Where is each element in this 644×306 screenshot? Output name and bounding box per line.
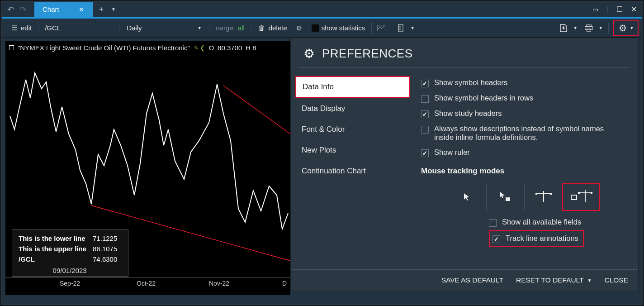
opt-always-desc[interactable]: Always show descriptions instead of symb…: [421, 121, 627, 145]
svg-rect-19: [578, 192, 580, 194]
prefs-tab-data-display[interactable]: Data Display: [295, 99, 410, 119]
info-lower-value: 71.1225: [92, 234, 122, 243]
back-icon[interactable]: ↶: [5, 5, 16, 14]
svg-rect-10: [506, 197, 510, 201]
range-control[interactable]: range: all: [211, 19, 249, 37]
prefs-tab-new-plots[interactable]: New Plots: [295, 140, 410, 160]
axis-tick: Oct-22: [137, 280, 156, 287]
checkbox-icon[interactable]: [421, 80, 429, 87]
maximize-icon[interactable]: ☐: [616, 5, 623, 14]
mode-crosshair[interactable]: [524, 183, 562, 211]
opt-label: Show study headers: [434, 109, 502, 118]
mouse-modes-title: Mouse tracking modes: [421, 160, 627, 180]
edit-button[interactable]: ☰ edit: [5, 19, 36, 37]
opt-label: Always show descriptions instead of symb…: [434, 124, 606, 142]
opt-track-line-annotations[interactable]: Track line annotations: [492, 232, 579, 245]
print-button[interactable]: ▼: [581, 19, 606, 37]
svg-rect-13: [535, 193, 537, 195]
prefs-tab-data-info[interactable]: Data Info: [295, 76, 410, 98]
chart-icon: [377, 24, 385, 32]
chart-area[interactable]: "NYMEX Light Sweet Crude Oil (WTI) Futur…: [5, 41, 290, 295]
stats-label: show statistics: [322, 24, 365, 32]
save-as-default-button[interactable]: SAVE AS DEFAULT: [441, 276, 503, 284]
data-info-tooltip: This is the lower line71.1225 This is th…: [12, 230, 128, 277]
checkbox-icon[interactable]: [421, 110, 429, 118]
chevron-down-icon: ▼: [598, 25, 603, 30]
svg-rect-14: [550, 193, 552, 195]
close-icon[interactable]: ✕: [79, 6, 84, 13]
trash-icon: 🗑: [258, 24, 266, 32]
info-symbol-label: /GCL: [19, 255, 35, 263]
window-close-icon[interactable]: ✕: [631, 5, 637, 14]
opt-show-symbol-headers[interactable]: Show symbol headers: [421, 75, 627, 91]
prefs-title: PREFERENCES: [322, 47, 413, 61]
file-save-icon: [559, 24, 568, 32]
info-upper-label: This is the upper line: [19, 245, 86, 253]
chevron-down-icon: ▼: [630, 25, 634, 30]
gear-icon: ⚙: [303, 46, 315, 61]
opt-label: Show all available fields: [502, 218, 581, 226]
chevron-down-icon: ▼: [410, 25, 415, 30]
delete-label: delete: [269, 24, 287, 32]
close-button[interactable]: CLOSE: [604, 276, 628, 284]
checkbox-icon[interactable]: [489, 219, 497, 227]
checkbox-icon[interactable]: [421, 95, 429, 103]
x-axis: Sep-22 Oct-22 Nov-22 D: [5, 277, 290, 295]
checkbox-icon[interactable]: [492, 235, 500, 243]
opt-show-ruler[interactable]: Show ruler: [421, 145, 627, 160]
export-button[interactable]: ▼: [556, 19, 581, 37]
opt-label: Show ruler: [434, 148, 470, 157]
info-upper-value: 86.1075: [92, 244, 122, 253]
prefs-tab-font-color[interactable]: Font & Color: [295, 120, 410, 139]
range-label: range:: [216, 24, 235, 32]
chevron-down-icon: ▼: [573, 25, 578, 30]
detach-icon: ⧉: [295, 24, 303, 32]
opt-label: Show symbol headers in rows: [434, 94, 533, 102]
info-date: 09/01/2023: [17, 265, 123, 274]
layout-icon[interactable]: ▭: [592, 6, 598, 13]
series-swatch-icon: [9, 45, 14, 50]
axis-tick: D: [282, 280, 287, 287]
svg-rect-16: [572, 196, 576, 199]
prefs-tab-continuation[interactable]: Continuation Chart: [295, 161, 410, 181]
ruler-menu-button[interactable]: ▼: [393, 19, 418, 37]
stats-button[interactable]: show statistics: [307, 19, 370, 37]
opt-label: Track line annotations: [506, 234, 578, 243]
opt-show-all-fields[interactable]: Show all available fields: [489, 215, 627, 230]
preferences-button[interactable]: ⚙ ▼: [613, 20, 639, 36]
ruler-icon: [397, 24, 405, 32]
tab-chart[interactable]: Chart ✕: [34, 2, 93, 17]
mode-cursor-box[interactable]: [486, 183, 524, 211]
mode-cursor[interactable]: [448, 183, 486, 211]
detach-button[interactable]: ⧉: [292, 19, 307, 37]
forward-icon[interactable]: ↷: [18, 5, 28, 14]
tab-menu-icon[interactable]: ▼: [111, 7, 116, 12]
ohlc-h: H 8: [246, 44, 256, 52]
snapshot-button[interactable]: [374, 19, 389, 37]
opt-label: Show symbol headers: [434, 78, 507, 87]
symbol-input[interactable]: [40, 19, 117, 37]
indicator-icon: ✎ ❮: [194, 44, 205, 51]
checkbox-icon[interactable]: [421, 126, 429, 134]
period-value: Daily: [127, 24, 142, 32]
delete-button[interactable]: 🗑 delete: [253, 19, 292, 37]
add-tab-icon[interactable]: ＋: [98, 5, 105, 14]
opt-show-symbol-headers-rows[interactable]: Show symbol headers in rows: [421, 91, 627, 106]
opt-show-study-headers[interactable]: Show study headers: [421, 106, 627, 121]
svg-rect-20: [591, 192, 592, 194]
period-select[interactable]: Daily ▼: [121, 19, 207, 37]
reset-label: RESET TO DEFAULT: [516, 276, 584, 284]
info-symbol-value: 74.6300: [92, 254, 122, 264]
reset-to-default-button[interactable]: RESET TO DEFAULT ▼: [516, 276, 592, 284]
tab-label: Chart: [43, 5, 59, 13]
svg-rect-5: [587, 24, 592, 26]
chart-toolbar: ☰ edit Daily ▼ range: all 🗑 delete ⧉ sho…: [2, 19, 642, 38]
stats-swatch-icon: [312, 24, 319, 32]
mode-crosshair-box[interactable]: [562, 183, 600, 211]
svg-rect-6: [585, 26, 592, 29]
checkbox-icon[interactable]: [421, 149, 429, 157]
gear-icon: ⚙: [619, 24, 627, 32]
list-icon: ☰: [10, 24, 18, 32]
ohlc-o-label: O: [208, 44, 214, 52]
chevron-down-icon: ▼: [587, 278, 592, 283]
